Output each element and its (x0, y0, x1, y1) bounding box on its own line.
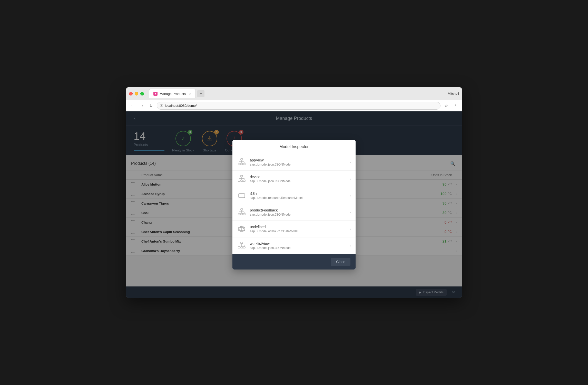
svg-rect-11 (241, 180, 243, 181)
nav-bar: ← → ↻ ⓘ localhost:8080/demo/ ☆ ⋮ (126, 100, 462, 111)
svg-rect-3 (243, 163, 245, 165)
tab-title: Manage Products (160, 92, 186, 96)
model-icon-productfeedback (237, 208, 246, 217)
security-icon: ⓘ (160, 104, 163, 108)
model-type-worklistview: sap.ui.model.json.JSONModel (250, 246, 346, 250)
model-arrow-appview: › (350, 160, 351, 164)
maximize-traffic-light[interactable] (140, 92, 144, 95)
app-content: ‹ Manage Products 14 Products 8 ✓ Plenty… (126, 111, 462, 298)
modal-title: Model Inspector (279, 145, 309, 149)
svg-rect-33 (243, 247, 245, 248)
model-icon-i18n (237, 191, 246, 200)
svg-rect-22 (238, 213, 240, 215)
model-name-device: device (250, 175, 346, 179)
model-info-undefined: undefined sap.ui.model.odata.v2.ODataMod… (250, 225, 346, 233)
svg-rect-2 (241, 163, 243, 165)
model-arrow-worklistview: › (350, 244, 351, 248)
forward-button[interactable]: → (138, 102, 145, 109)
svg-rect-10 (238, 180, 240, 181)
svg-rect-12 (243, 180, 245, 181)
address-bar[interactable]: ⓘ localhost:8080/demo/ (157, 102, 440, 110)
svg-rect-18 (239, 194, 245, 198)
svg-rect-1 (238, 163, 240, 165)
model-item-productfeedback[interactable]: productFeedback sap.ui.model.json.JSONMo… (232, 204, 356, 221)
svg-rect-31 (238, 247, 240, 248)
svg-rect-32 (241, 247, 243, 248)
model-type-undefined: sap.ui.model.odata.v2.ODataModel (250, 229, 346, 233)
model-arrow-undefined: › (350, 227, 351, 231)
model-icon-device (237, 174, 246, 184)
model-inspector-modal: Model Inspector (232, 140, 356, 270)
model-arrow-i18n: › (350, 194, 351, 198)
bookmark-button[interactable]: ☆ (443, 102, 450, 109)
svg-rect-0 (241, 159, 243, 160)
modal-body: appView sap.ui.model.json.JSONModel › (232, 154, 356, 254)
svg-rect-30 (241, 242, 243, 244)
tab-favicon: ✦ (153, 92, 158, 96)
model-item-i18n[interactable]: i18n sap.ui.model.resource.ResourceModel… (232, 187, 356, 204)
back-button[interactable]: ← (129, 102, 136, 109)
model-name-undefined: undefined (250, 225, 346, 229)
model-item-worklistview[interactable]: worklistView sap.ui.model.json.JSONModel… (232, 237, 356, 254)
minimize-traffic-light[interactable] (135, 92, 138, 95)
browser-tab[interactable]: ✦ Manage Products ✕ (149, 89, 196, 98)
model-icon-undefined (237, 224, 246, 234)
tab-bar: ✦ Manage Products ✕ + (149, 89, 446, 98)
model-icon-worklistview (237, 241, 246, 250)
title-bar: ✦ Manage Products ✕ + Mitchell (126, 87, 462, 100)
model-info-appview: appView sap.ui.model.json.JSONModel (250, 158, 346, 166)
model-item-appview[interactable]: appView sap.ui.model.json.JSONModel › (232, 154, 356, 171)
refresh-button[interactable]: ↻ (148, 102, 155, 109)
model-arrow-device: › (350, 177, 351, 181)
model-info-device: device sap.ui.model.json.JSONModel (250, 175, 346, 183)
model-info-productfeedback: productFeedback sap.ui.model.json.JSONMo… (250, 208, 346, 216)
model-type-i18n: sap.ui.model.resource.ResourceModel (250, 196, 346, 200)
model-type-appview: sap.ui.model.json.JSONModel (250, 163, 346, 166)
modal-overlay[interactable]: Model Inspector (126, 111, 462, 298)
model-info-worklistview: worklistView sap.ui.model.json.JSONModel (250, 242, 346, 250)
browser-window: ✦ Manage Products ✕ + Mitchell ← → ↻ ⓘ l… (126, 87, 462, 298)
modal-footer: Close (232, 254, 356, 270)
model-item-undefined[interactable]: undefined sap.ui.model.odata.v2.ODataMod… (232, 221, 356, 237)
url-display: localhost:8080/demo/ (165, 104, 197, 108)
close-traffic-light[interactable] (129, 92, 133, 95)
model-item-device[interactable]: device sap.ui.model.json.JSONModel › (232, 171, 356, 187)
svg-rect-9 (241, 175, 243, 177)
new-tab-button[interactable]: + (197, 90, 204, 97)
model-icon-appview (237, 158, 246, 167)
model-name-appview: appView (250, 158, 346, 162)
modal-header: Model Inspector (232, 140, 356, 154)
modal-close-button[interactable]: Close (331, 258, 350, 266)
svg-rect-21 (241, 209, 243, 210)
tab-close-button[interactable]: ✕ (189, 92, 191, 95)
model-type-productfeedback: sap.ui.model.json.JSONModel (250, 213, 346, 216)
svg-rect-23 (241, 213, 243, 215)
menu-button[interactable]: ⋮ (452, 102, 459, 109)
model-name-productfeedback: productFeedback (250, 208, 346, 212)
model-name-worklistview: worklistView (250, 242, 346, 246)
svg-rect-24 (243, 213, 245, 215)
model-arrow-productfeedback: › (350, 210, 351, 214)
model-type-device: sap.ui.model.json.JSONModel (250, 179, 346, 183)
user-label: Mitchell (448, 92, 459, 95)
traffic-lights (129, 92, 144, 95)
model-info-i18n: i18n sap.ui.model.resource.ResourceModel (250, 191, 346, 200)
model-name-i18n: i18n (250, 191, 346, 196)
